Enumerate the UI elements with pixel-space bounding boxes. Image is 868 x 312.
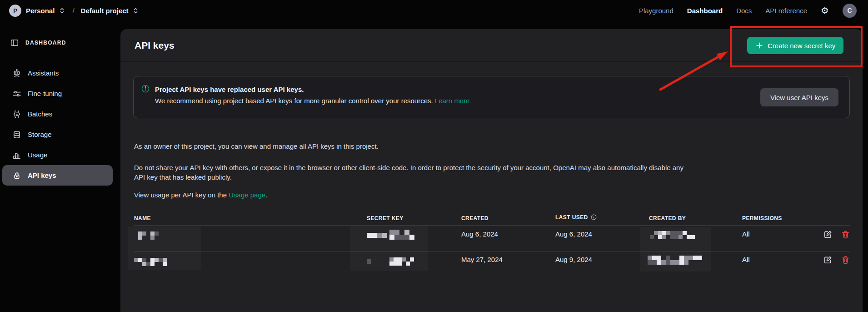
- table-row: Aug 6, 2024 Aug 6, 2024 All: [134, 226, 850, 252]
- sidebar: DASHBOARD Assistants Fine-tuning Batches…: [0, 21, 120, 312]
- page-header: API keys Create new secret key: [120, 29, 863, 62]
- permissions-cell: All: [742, 256, 807, 272]
- info-icon: [141, 85, 150, 93]
- last-used-cell: Aug 6, 2024: [555, 230, 649, 251]
- column-header-created-by: CREATED BY: [649, 215, 742, 221]
- last-used-cell: Aug 9, 2024: [555, 256, 649, 272]
- org-switcher[interactable]: Personal: [26, 6, 66, 15]
- usage-paragraph: View usage per API key on the Usage page…: [134, 190, 863, 200]
- redacted-secret-key-column: [350, 226, 428, 271]
- project-name: Default project: [81, 7, 129, 15]
- redacted-secret-key-value: [389, 257, 414, 266]
- sidebar-item-fine-tuning[interactable]: Fine-tuning: [2, 83, 113, 104]
- created-cell: Aug 6, 2024: [461, 230, 555, 251]
- main-panel: API keys Create new secret key Project A…: [120, 29, 863, 312]
- create-new-secret-key-button[interactable]: Create new secret key: [747, 37, 843, 54]
- column-header-name: NAME: [134, 215, 367, 221]
- created-cell: May 27, 2024: [461, 256, 555, 272]
- assistants-icon: [13, 69, 21, 77]
- banner-title: Project API keys have replaced user API …: [155, 84, 470, 95]
- batches-icon: [13, 110, 21, 118]
- table-row: May 27, 2024 Aug 9, 2024 All: [134, 252, 850, 272]
- column-header-permissions: PERMISSIONS: [742, 215, 807, 221]
- sidebar-item-batches[interactable]: Batches: [2, 104, 113, 124]
- view-user-api-keys-button[interactable]: View user API keys: [760, 88, 838, 106]
- org-avatar[interactable]: P: [9, 5, 21, 17]
- redacted-name-value: [134, 258, 167, 266]
- info-banner: Project API keys have replaced user API …: [133, 76, 850, 118]
- sidebar-item-label: Fine-tuning: [28, 90, 62, 97]
- banner-body-text: We recommend using project based API key…: [155, 97, 433, 105]
- project-switcher[interactable]: Default project: [81, 6, 140, 15]
- usage-icon: [13, 151, 21, 159]
- delete-key-icon[interactable]: [841, 230, 850, 239]
- dashboard-panel-icon: [10, 39, 19, 47]
- api-keys-lock-icon: [13, 171, 21, 180]
- sidebar-nav: Assistants Fine-tuning Batches Storage U…: [0, 63, 120, 186]
- sidebar-item-label: Assistants: [28, 69, 59, 77]
- table-body: Aug 6, 2024 Aug 6, 2024 All May 27, 202: [134, 226, 850, 272]
- sidebar-item-label: API keys: [28, 171, 56, 179]
- plus-icon: [755, 41, 763, 50]
- warning-paragraph: Do not share your API key with others, o…: [134, 163, 686, 182]
- chevron-updown-icon: [58, 6, 66, 15]
- breadcrumb-separator: /: [72, 7, 74, 15]
- user-avatar[interactable]: C: [843, 4, 857, 18]
- edit-key-icon[interactable]: [823, 230, 832, 239]
- redacted-secret-key-value: [367, 259, 380, 264]
- fine-tuning-icon: [13, 90, 21, 98]
- info-circle-icon[interactable]: [591, 215, 597, 221]
- sidebar-item-api-keys[interactable]: API keys: [2, 165, 113, 186]
- redacted-name-value: [134, 231, 159, 240]
- column-header-last-used: LAST USED: [555, 214, 649, 221]
- usage-page-link[interactable]: Usage page: [229, 191, 265, 199]
- edit-key-icon[interactable]: [823, 256, 832, 264]
- sidebar-item-storage[interactable]: Storage: [2, 124, 113, 145]
- sidebar-item-label: Usage: [28, 151, 47, 159]
- table-header-row: NAME SECRET KEY CREATED LAST USED CREATE…: [134, 213, 850, 226]
- top-bar: P Personal / Default project Playground …: [0, 0, 868, 21]
- storage-icon: [13, 131, 21, 139]
- api-keys-table: NAME SECRET KEY CREATED LAST USED CREATE…: [134, 213, 850, 272]
- sidebar-item-label: Batches: [28, 110, 52, 118]
- learn-more-link[interactable]: Learn more: [435, 97, 470, 105]
- gear-icon[interactable]: ⚙: [821, 6, 829, 15]
- sidebar-section-dashboard: DASHBOARD: [0, 35, 120, 51]
- sidebar-item-label: Storage: [28, 131, 52, 138]
- intro-paragraph: As an owner of this project, you can vie…: [134, 141, 863, 151]
- column-header-secret-key: SECRET KEY: [367, 215, 461, 221]
- redacted-secret-key-value: [367, 233, 387, 238]
- sidebar-item-usage[interactable]: Usage: [2, 145, 113, 165]
- page-title: API keys: [135, 40, 175, 51]
- delete-key-icon[interactable]: [841, 256, 850, 264]
- redacted-created-by-value: [648, 256, 702, 265]
- sidebar-section-label: DASHBOARD: [25, 40, 66, 46]
- create-button-label: Create new secret key: [768, 42, 835, 50]
- nav-playground[interactable]: Playground: [639, 7, 673, 15]
- nav-dashboard[interactable]: Dashboard: [687, 7, 723, 15]
- redacted-secret-key-value: [389, 230, 414, 240]
- chevron-updown-icon: [132, 6, 140, 15]
- nav-docs[interactable]: Docs: [736, 7, 752, 15]
- sidebar-item-assistants[interactable]: Assistants: [2, 63, 113, 83]
- org-name: Personal: [26, 7, 55, 15]
- column-header-created: CREATED: [461, 215, 555, 221]
- nav-api-reference[interactable]: API reference: [765, 7, 807, 15]
- permissions-cell: All: [742, 230, 807, 251]
- redacted-created-by-value: [650, 231, 695, 239]
